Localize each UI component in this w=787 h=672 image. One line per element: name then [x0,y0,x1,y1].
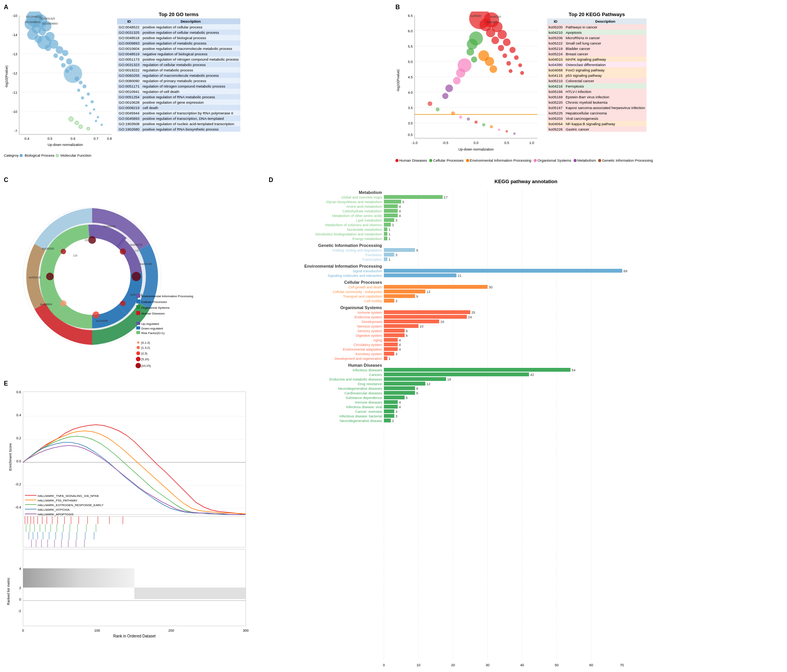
svg-text:0.0: 0.0 [474,141,479,145]
svg-point-107 [466,48,474,56]
svg-text:ko05219: ko05219 [29,276,41,279]
svg-text:3.0: 3.0 [408,121,413,125]
svg-text:[5,10): [5,10) [141,358,149,361]
svg-text:120: 120 [73,254,78,257]
svg-rect-206 [384,214,398,217]
svg-rect-289 [384,368,570,372]
svg-text:17: 17 [444,195,448,199]
circular-plot-c: ko05200 ko04210 ko05206 ko04010 ko04068 … [4,184,196,369]
svg-point-32 [45,45,51,51]
svg-text:69: 69 [623,269,627,273]
svg-text:Down-regulated: Down-regulated [141,327,163,330]
kegg-table-container: Top 20 KEGG Pathways IDDescription ko052… [547,12,646,132]
svg-rect-197 [384,200,401,204]
svg-text:1: 1 [389,232,390,236]
svg-text:3.5: 3.5 [408,106,413,110]
svg-text:-0.2: -0.2 [15,482,21,486]
category-legend-a: Categroy Biological Process Molecular Fu… [4,153,91,157]
gsea-plot: Enrichment Score 0.6 0.4 0.2 0.0 -0.2 -0… [4,388,261,664]
svg-rect-203 [384,209,398,213]
svg-rect-209 [384,218,394,222]
svg-text:0.4: 0.4 [16,413,21,417]
svg-text:0.6: 0.6 [16,390,21,394]
svg-text:2: 2 [392,223,394,227]
svg-text:Environmental Information Proc: Environmental Information Processing [141,295,193,298]
panel-e-label: E [4,380,8,387]
svg-point-113 [456,68,465,78]
svg-point-140 [46,273,54,280]
svg-point-44 [83,84,86,88]
svg-point-51 [89,112,91,114]
legend-genetic: Genetic Information Processing [602,158,653,162]
svg-text:3: 3 [395,352,397,356]
svg-text:Infectious diseases: Infectious diseases [352,368,382,372]
kegg-terms-table: IDDescription ko05200Pathways in cancer … [547,18,646,132]
svg-point-26 [38,28,46,35]
svg-point-55 [69,117,73,121]
svg-point-36 [59,56,64,61]
svg-text:-log10(Pvalue): -log10(Pvalue) [396,70,400,92]
svg-rect-316 [384,409,394,413]
svg-text:54: 54 [572,368,575,372]
svg-text:Metabolism of other amino acid: Metabolism of other amino acids [332,214,382,218]
legend-cellular-processes: Cellular Processes [433,158,463,162]
svg-point-98 [509,47,516,53]
panel-b-label: B [395,4,400,11]
svg-text:2: 2 [19,586,21,590]
svg-text:Environmental Information Proc: Environmental Information Processing [304,264,382,268]
svg-text:Metabolism: Metabolism [359,190,382,195]
svg-text:4: 4 [399,405,401,409]
svg-text:Signaling molecules and intera: Signaling molecules and interaction [327,274,382,278]
svg-rect-401 [134,588,246,599]
svg-text:Immune diseases: Immune diseases [355,401,382,404]
svg-text:Folding, sorting and degradati: Folding, sorting and degradation [332,248,382,252]
svg-point-139 [60,300,66,306]
svg-point-123 [482,123,485,126]
svg-text:0.5: 0.5 [408,133,413,137]
svg-rect-255 [384,310,470,314]
svg-rect-242 [384,285,488,289]
svg-text:Cellular community - eukaryote: Cellular community - eukaryotes [332,290,382,294]
go-desc-header: Description [141,18,240,24]
svg-text:Ranked list metric: Ranked list metric [7,578,10,605]
svg-text:Transport and catabolism: Transport and catabolism [343,295,382,298]
go-table-container: Top 20 GO terms IDDescription GO:0048522… [117,12,240,132]
svg-text:-14: -14 [12,33,17,37]
svg-point-116 [442,93,448,99]
svg-point-118 [436,108,440,111]
svg-text:1.0: 1.0 [529,141,534,145]
svg-text:4: 4 [399,343,401,347]
svg-text:-1.0: -1.0 [412,141,418,145]
svg-text:16: 16 [440,320,444,324]
svg-text:Lipid metabolism: Lipid metabolism [356,218,382,222]
svg-text:0.5: 0.5 [48,137,53,141]
svg-text:3: 3 [395,299,397,303]
svg-text:1: 1 [389,228,390,232]
svg-text:3: 3 [395,414,397,418]
svg-text:Energy metabolism: Energy metabolism [352,237,382,241]
go-id-header: ID [117,18,141,24]
svg-rect-155 [136,300,140,303]
svg-text:Cardiovascular diseases: Cardiovascular diseases [344,391,382,395]
svg-text:-7: -7 [14,129,17,133]
svg-text:Endocrine system: Endocrine system [354,315,382,319]
svg-text:Transcription: Transcription [362,258,382,262]
svg-point-104 [520,71,524,75]
svg-text:Carbohydrate metabolism: Carbohydrate metabolism [342,209,382,213]
panel-d-chart: KEGG pathway annotation 0 10 20 30 40 50… [276,179,775,669]
svg-text:Excretory system: Excretory system [355,352,382,356]
svg-rect-292 [384,372,529,376]
svg-point-137 [120,301,126,306]
svg-text:Circulatory system: Circulatory system [354,343,382,347]
svg-rect-235 [384,269,622,273]
svg-point-136 [132,272,141,281]
svg-point-38 [61,63,66,68]
legend-metabolism: Metabolism [577,158,596,162]
svg-text:Organismal Systems: Organismal Systems [141,306,170,310]
svg-point-100 [514,55,519,60]
go-desc: positive regulation of cellular process [141,24,240,30]
svg-rect-310 [384,400,398,404]
svg-text:42: 42 [530,373,534,377]
svg-text:1: 1 [389,357,390,361]
svg-point-167 [137,341,139,344]
